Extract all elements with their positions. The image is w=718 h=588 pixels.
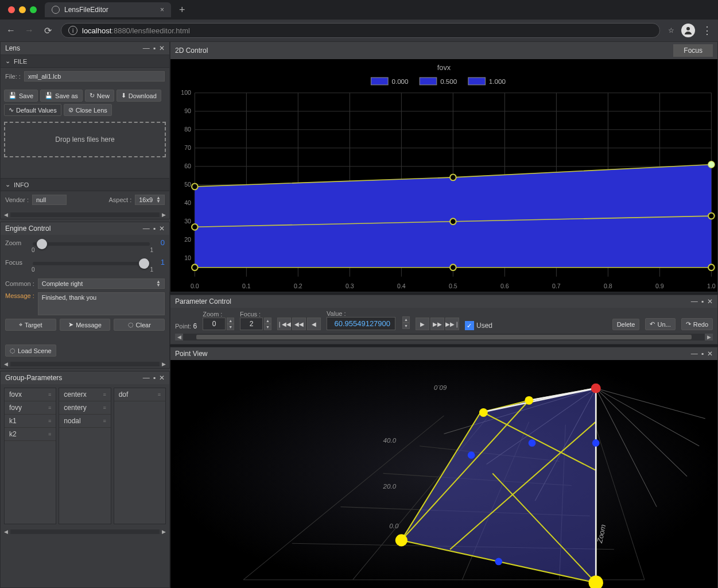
svg-text:20: 20 [184, 236, 191, 243]
window-minimize-icon[interactable] [19, 6, 26, 13]
message-button[interactable]: ➤Message [60, 319, 111, 331]
fastfwd-icon[interactable]: ▶▶ [430, 318, 444, 330]
panel-settings-icon[interactable]: ▪ [153, 374, 156, 382]
message-textarea[interactable] [38, 292, 165, 315]
vendor-input[interactable] [32, 195, 67, 205]
param-focus-stepper[interactable]: ▲▼ [240, 318, 271, 330]
forward-button[interactable]: → [24, 25, 34, 36]
group-item-nodal[interactable]: nodal≡ [59, 415, 110, 428]
panel-close-icon[interactable]: ✕ [707, 297, 713, 305]
browser-tab[interactable]: LensFileEditor × [45, 2, 171, 17]
point-view-title: Point View [175, 350, 691, 358]
rewind-icon[interactable]: ◀◀ [292, 318, 306, 330]
info-section-header[interactable]: ⌄ INFO [1, 178, 169, 191]
step-down-icon[interactable]: ▼ [227, 324, 234, 330]
target-button[interactable]: ⌖Target [5, 319, 56, 331]
globe-icon [52, 6, 60, 14]
panel-settings-icon[interactable]: ▪ [701, 297, 704, 305]
file-input[interactable] [24, 71, 165, 82]
point-view-3d-canvas[interactable]: 40.0 20.0 0.0 60.0 [170, 360, 717, 588]
panel-minimize-icon[interactable]: — [143, 374, 150, 382]
group-item-k2[interactable]: k2≡ [5, 428, 56, 441]
svg-point-99 [495, 558, 502, 566]
profile-avatar[interactable] [681, 24, 695, 37]
param-zoom-stepper[interactable]: ▲▼ [203, 318, 234, 330]
engine-scrollbar[interactable]: ◀▶ [1, 360, 169, 368]
used-checkbox[interactable]: ✓ [465, 321, 474, 330]
param-focus-input[interactable] [240, 318, 263, 330]
panel-minimize-icon[interactable]: — [143, 225, 150, 233]
focus-slider[interactable] [33, 262, 150, 265]
url-input[interactable]: i localhost:8880/lensfileeditor.html [61, 23, 660, 38]
step-back-icon[interactable]: ◀ [307, 318, 321, 330]
param-scrollbar[interactable]: ◀▶ [175, 334, 713, 341]
new-button[interactable]: ↻New [85, 90, 114, 102]
group-item-k1[interactable]: k1≡ [5, 415, 56, 428]
control-2d-title: 2D Control [175, 47, 673, 55]
window-maximize-icon[interactable] [30, 6, 37, 13]
skip-fwd-icon[interactable]: ▶▶❘ [445, 318, 459, 330]
clear-icon: ◌ [128, 321, 134, 328]
svg-text:0.4: 0.4 [397, 283, 406, 289]
back-button[interactable]: ← [6, 25, 16, 36]
browser-menu-icon[interactable]: ⋮ [702, 24, 712, 37]
chart-2d[interactable]: fovx0.0000.5001.0000.00.10.20.30.40.50.6… [170, 59, 717, 292]
group-item-dof[interactable]: dof≡ [114, 388, 165, 401]
saveas-button[interactable]: 💾Save as [40, 90, 83, 102]
lens-scrollbar[interactable]: ◀▶ [1, 211, 169, 219]
save-button[interactable]: 💾Save [4, 90, 38, 102]
panel-close-icon[interactable]: ✕ [707, 350, 713, 358]
skip-back-icon[interactable]: ❘◀◀ [277, 318, 291, 330]
svg-point-52 [708, 264, 715, 270]
close-lens-button[interactable]: ⊘Close Lens [64, 104, 112, 116]
zoom-slider-thumb[interactable] [37, 239, 47, 249]
file-section-header[interactable]: ⌄ FILE [1, 55, 169, 68]
delete-button[interactable]: Delete [612, 319, 640, 330]
clear-button[interactable]: ◌Clear [114, 319, 165, 331]
group-item-fovy[interactable]: fovy≡ [5, 401, 56, 415]
bookmark-icon[interactable]: ☆ [668, 26, 674, 34]
focus-slider-thumb[interactable] [139, 258, 149, 269]
site-info-icon[interactable]: i [68, 26, 77, 35]
load-scene-button[interactable]: ◌Load Scene [5, 345, 56, 357]
aspect-select[interactable]: 16x9 ▲▼ [135, 195, 165, 205]
focus-tab-button[interactable]: Focus [673, 44, 713, 57]
group-item-centerx[interactable]: centerx≡ [59, 388, 110, 401]
param-value-display[interactable]: 60.95549127900 [327, 317, 395, 330]
tab-close-icon[interactable]: × [160, 6, 164, 14]
step-down-icon[interactable]: ▼ [264, 324, 271, 330]
panel-settings-icon[interactable]: ▪ [153, 225, 156, 233]
panel-minimize-icon[interactable]: — [143, 44, 150, 52]
group-scrollbar[interactable]: ◀▶ [1, 528, 169, 536]
step-up-icon[interactable]: ▲ [264, 318, 271, 324]
window-close-icon[interactable] [8, 6, 15, 13]
new-tab-button[interactable]: + [176, 4, 189, 16]
redo-button[interactable]: ↷Redo [681, 318, 713, 330]
step-fwd-icon[interactable]: ▶ [416, 318, 429, 330]
download-button[interactable]: ⬇Download [117, 90, 161, 102]
reload-button[interactable]: ⟳ [42, 25, 53, 36]
value-step-down-icon[interactable]: ▼ [402, 323, 410, 329]
step-up-icon[interactable]: ▲ [227, 318, 234, 324]
undo-icon: ↶ [650, 320, 655, 328]
group-item-fovx[interactable]: fovx≡ [5, 388, 56, 401]
common-select[interactable]: Complete right ▲▼ [38, 278, 165, 289]
panel-settings-icon[interactable]: ▪ [701, 350, 704, 358]
svg-text:10: 10 [184, 254, 191, 261]
panel-settings-icon[interactable]: ▪ [153, 44, 156, 52]
value-step-up-icon[interactable]: ▲ [402, 316, 410, 323]
zoom-value: 0 [158, 238, 165, 247]
default-values-button[interactable]: ∿Default Values [4, 104, 61, 116]
group-item-centery[interactable]: centery≡ [59, 401, 110, 415]
panel-close-icon[interactable]: ✕ [159, 44, 165, 52]
file-dropzone[interactable]: Drop lens files here [4, 122, 166, 157]
panel-minimize-icon[interactable]: — [691, 350, 698, 358]
zoom-slider[interactable] [33, 242, 150, 246]
undo-button[interactable]: ↶Un... [645, 318, 675, 330]
engine-panel-title: Engine Control [5, 225, 143, 233]
param-zoom-input[interactable] [203, 318, 226, 330]
panel-close-icon[interactable]: ✕ [159, 374, 165, 382]
svg-point-54 [450, 218, 456, 225]
panel-close-icon[interactable]: ✕ [159, 225, 165, 233]
panel-minimize-icon[interactable]: — [691, 297, 698, 305]
